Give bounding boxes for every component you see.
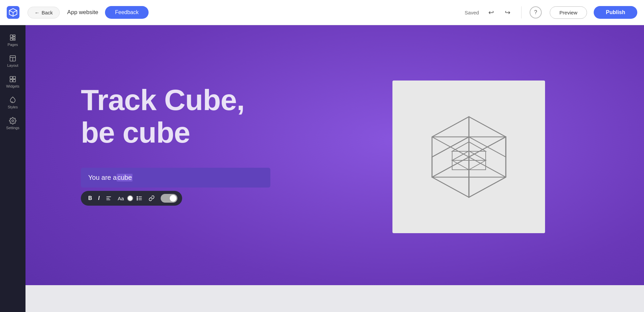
text-input-container[interactable]: You are a cube B I Aa: [81, 168, 270, 206]
toggle-switch[interactable]: [161, 194, 177, 203]
back-label: Back: [42, 10, 53, 15]
feedback-button[interactable]: Feedback: [105, 6, 149, 19]
svg-point-13: [12, 120, 14, 122]
font-size-button[interactable]: Aa: [115, 194, 126, 203]
topbar: ← Back App website Feedback Saved ↩ ↪ ? …: [0, 0, 644, 25]
redo-button[interactable]: ↪: [502, 6, 513, 18]
bold-button[interactable]: B: [86, 194, 95, 203]
list-button[interactable]: [134, 194, 145, 203]
formatting-toolbar: B I Aa: [81, 191, 182, 206]
svg-rect-11: [10, 80, 12, 82]
text-input-box[interactable]: You are a cube: [81, 168, 270, 188]
undo-icon: ↩: [488, 9, 494, 16]
italic-button[interactable]: I: [96, 194, 102, 203]
svg-rect-3: [13, 37, 15, 39]
app-title: App website: [67, 9, 98, 16]
svg-rect-5: [13, 39, 15, 41]
help-button[interactable]: ?: [530, 6, 542, 18]
svg-point-20: [137, 196, 138, 197]
svg-rect-4: [10, 38, 12, 40]
heading-line2: be cube: [81, 116, 190, 149]
svg-point-21: [137, 198, 138, 199]
color-picker[interactable]: [127, 195, 133, 201]
sidebar-pages-label: Pages: [7, 43, 18, 47]
sidebar-layout-label: Layout: [7, 63, 18, 67]
publish-button[interactable]: Publish: [594, 6, 637, 19]
svg-rect-1: [10, 35, 12, 38]
cube-svg: [415, 103, 523, 211]
sidebar-item-styles[interactable]: Styles: [1, 93, 24, 112]
help-icon: ?: [534, 9, 537, 15]
undo-button[interactable]: ↩: [486, 6, 497, 18]
saved-status: Saved: [465, 10, 479, 15]
redo-icon: ↪: [505, 9, 511, 16]
sidebar-item-pages[interactable]: Pages: [1, 31, 24, 50]
svg-point-22: [137, 199, 138, 200]
preview-button[interactable]: Preview: [550, 6, 587, 19]
app-logo: [7, 6, 19, 19]
bottom-strip: [25, 285, 644, 312]
sidebar-item-widgets[interactable]: Widgets: [1, 72, 24, 92]
link-button[interactable]: [146, 194, 157, 203]
svg-marker-26: [432, 137, 469, 177]
text-before-selection: You are a: [88, 174, 117, 181]
svg-rect-12: [13, 80, 15, 82]
sidebar-item-layout[interactable]: Layout: [1, 51, 24, 71]
main-layout: Pages Layout Widgets Styles: [0, 25, 644, 312]
align-button[interactable]: [103, 194, 114, 203]
hero-heading: Track Cube, be cube: [81, 84, 245, 149]
back-arrow-icon: ←: [35, 10, 40, 15]
svg-rect-9: [10, 76, 12, 79]
back-button[interactable]: ← Back: [28, 7, 60, 18]
svg-rect-2: [13, 35, 15, 37]
svg-rect-10: [13, 76, 15, 79]
cube-image: [392, 81, 545, 233]
toolbar-divider: [521, 6, 522, 18]
sidebar-widgets-label: Widgets: [6, 84, 19, 88]
sidebar-styles-label: Styles: [8, 105, 18, 109]
sidebar-settings-label: Settings: [6, 126, 19, 130]
sidebar-item-settings[interactable]: Settings: [1, 114, 24, 133]
text-selected: cube: [117, 174, 132, 181]
heading-line1: Track Cube,: [81, 83, 245, 116]
sidebar: Pages Layout Widgets Styles: [0, 25, 25, 312]
canvas-area[interactable]: Track Cube, be cube You are a cube B I: [25, 25, 644, 312]
